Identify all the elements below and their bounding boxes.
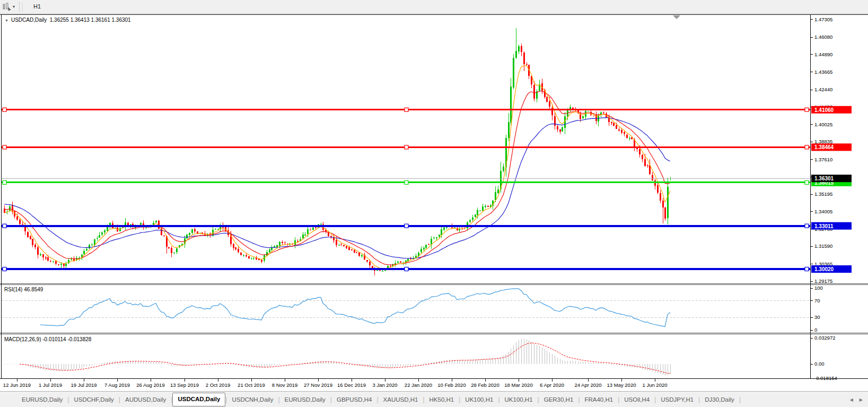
svg-text:27 Nov 2019: 27 Nov 2019 [304,382,332,388]
chart-tab-GER30-H1[interactable]: GER30,H1 [539,393,578,406]
chart-tab-USDJPY-H1[interactable]: USDJPY,H1 [656,393,698,406]
svg-text:1 Jun 2020: 1 Jun 2020 [642,382,667,388]
chart-tab-GBPUSD-H4[interactable]: GBPUSD,H4 [332,393,376,406]
svg-text:1.40025: 1.40025 [814,122,832,127]
chart-area: 1.473051.460801.448901.436651.424401.412… [0,14,868,391]
chart-tab-UK100-H1[interactable]: UK100,H1 [500,393,538,406]
svg-text:30: 30 [814,314,820,320]
svg-text:-0.018154: -0.018154 [814,375,837,381]
tab-separator: | [739,396,741,403]
chart-tab-USDCAD-Daily[interactable]: USDCAD,Daily [172,393,225,406]
hline-handle [405,108,408,111]
timeframe-button-H1[interactable]: H1 [27,1,48,12]
svg-text:19 Jul 2019: 19 Jul 2019 [71,382,97,388]
svg-text:1.36301: 1.36301 [814,176,834,181]
svg-text:3 Jan 2020: 3 Jan 2020 [372,382,397,388]
hline-handle [405,145,408,149]
svg-text:7 Aug 2019: 7 Aug 2019 [104,382,130,388]
svg-text:10 Feb 2020: 10 Feb 2020 [437,382,466,388]
chart-tab-HK50-H1[interactable]: HK50,H1 [425,393,459,406]
hline-handle [3,224,6,228]
svg-text:22 Jan 2020: 22 Jan 2020 [405,382,432,388]
hline-handle [805,267,809,271]
svg-text:70: 70 [814,298,820,304]
svg-text:1.30020: 1.30020 [814,266,834,272]
chart-tabs: EURUSD,Daily|USDCHF,Daily|AUDUSD,Daily|U… [17,393,741,406]
tabs-scroll-left-icon[interactable]: ◀ [850,397,853,402]
rsi-indicator-label: RSI(14) 46.8549 [4,287,43,292]
symbol-label: USDCAD,Daily [11,17,47,23]
svg-text:1.33011: 1.33011 [814,223,834,229]
ohlc-info-line: ▼USDCAD,Daily 1.36255 1.36413 1.36161 1.… [5,17,131,23]
hline-handle [3,108,6,111]
svg-text:1.43665: 1.43665 [814,69,832,75]
svg-text:12 Jun 2019: 12 Jun 2019 [3,382,31,388]
hline-handle [405,180,408,184]
chart-tab-UK100-H1[interactable]: UK100,H1 [460,393,498,406]
chart-tab-EURUSD-Daily[interactable]: EURUSD,Daily [17,393,67,406]
tabs-scroll-arrows: ◀ ▶ [850,392,863,407]
svg-text:100: 100 [814,285,823,291]
svg-text:0.032972: 0.032972 [814,335,836,341]
svg-text:21 Oct 2019: 21 Oct 2019 [238,382,265,388]
svg-text:1.34005: 1.34005 [814,209,832,214]
svg-text:8 Nov 2019: 8 Nov 2019 [272,382,298,388]
svg-text:24 Apr 2020: 24 Apr 2020 [574,382,601,388]
svg-text:1.29175: 1.29175 [814,278,832,284]
svg-text:18 Mar 2020: 18 Mar 2020 [504,382,532,388]
svg-text:1.38464: 1.38464 [814,144,834,150]
chart-tab-AUDUSD-Daily[interactable]: AUDUSD,Daily [120,393,171,406]
ohlc-values: 1.36255 1.36413 1.36161 1.36301 [50,17,131,23]
svg-text:0.00: 0.00 [814,361,825,367]
svg-text:1.37610: 1.37610 [814,157,832,162]
hline-handle [805,108,809,111]
mt4-window: ▾ M1M5M15M30H1H4D1W1MN 1.473051.460801.4… [0,0,868,407]
svg-text:1.46080: 1.46080 [814,34,832,40]
svg-text:0: 0 [814,327,817,333]
hline-handle [3,145,6,149]
hline-handle [805,180,809,184]
hline-handle [805,145,809,149]
svg-text:6 Apr 2020: 6 Apr 2020 [540,382,564,388]
svg-text:1.42440: 1.42440 [814,86,832,92]
macd-indicator-label: MACD(12,26,9) -0.010114 -0.013828 [4,336,91,342]
svg-text:1.47305: 1.47305 [814,16,832,22]
toolbar-separator [19,2,23,12]
chart-tab-EURUSD-Daily[interactable]: EURUSD,Daily [280,393,330,406]
hline-handle [3,180,6,184]
toolbar: ▾ M1M5M15M30H1H4D1W1MN [0,0,868,14]
svg-text:2 Oct 2019: 2 Oct 2019 [206,382,230,388]
svg-text:28 Feb 2020: 28 Feb 2020 [471,382,499,388]
tabs-scroll-right-icon[interactable]: ▶ [860,397,863,402]
chart-tab-USOil-H4[interactable]: USOil,H4 [619,393,654,406]
chart-tab-USDCNH-Daily[interactable]: USDCNH,Daily [227,393,278,406]
svg-text:13 Sep 2019: 13 Sep 2019 [170,382,199,388]
hline-handle [3,267,6,271]
svg-text:1.31590: 1.31590 [814,243,832,249]
dropdown-caret-icon[interactable]: ▾ [13,4,15,9]
svg-text:16 Dec 2019: 16 Dec 2019 [337,382,366,388]
svg-text:26 Aug 2019: 26 Aug 2019 [136,382,164,388]
chart-tabs-bar: EURUSD,Daily|USDCHF,Daily|AUDUSD,Daily|U… [0,391,868,407]
svg-text:1.41060: 1.41060 [814,107,834,113]
svg-text:1.44890: 1.44890 [814,51,832,57]
cursor-tool-icon[interactable] [1,2,13,12]
chart-tab-XAUUSD-H1[interactable]: XAUUSD,H1 [379,393,423,406]
collapse-ohlc-icon[interactable]: ▼ [5,19,8,22]
chart-tab-FRA40-H1[interactable]: FRA40,H1 [580,393,618,406]
chart-tab-DJ30-Daily[interactable]: DJ30,Daily [700,393,739,406]
hline-handle [805,224,809,228]
hline-handle [405,224,408,228]
hline-handle [405,267,408,271]
chart-tab-USDCHF-Daily[interactable]: USDCHF,Daily [69,393,118,406]
price-chart[interactable]: 1.473051.460801.448901.436651.424401.412… [0,14,868,391]
svg-text:13 May 2020: 13 May 2020 [607,382,636,388]
svg-text:1.35195: 1.35195 [814,191,832,197]
svg-text:1 Jul 2019: 1 Jul 2019 [39,382,62,388]
